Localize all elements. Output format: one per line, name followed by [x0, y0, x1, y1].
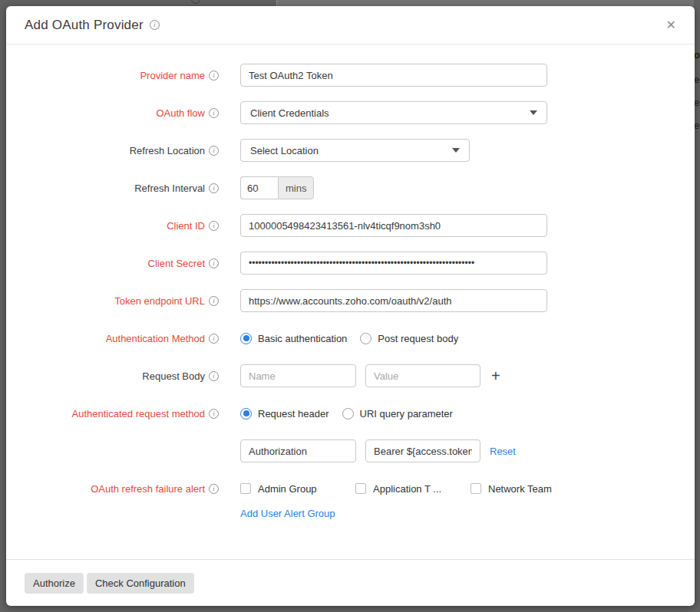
oauth-refresh-failure-alert-row: OAuth refresh failure alert Admin Group … [6, 477, 695, 519]
add-oauth-provider-dialog: Add OAuth Provider ✕ Provider name OAuth… [6, 6, 695, 606]
checkbox-label: Network Team [488, 483, 552, 495]
checkbox-icon [240, 483, 251, 494]
authentication-method-label: Authentication Method [106, 333, 205, 344]
refresh-location-selected-value: Select Location [250, 145, 319, 156]
info-icon[interactable] [209, 221, 219, 231]
refresh-location-row: Refresh Location Select Location [6, 139, 695, 162]
checkbox-label: Admin Group [258, 483, 317, 495]
info-icon[interactable] [209, 71, 219, 81]
client-id-input[interactable] [240, 214, 547, 237]
info-icon[interactable] [209, 146, 219, 156]
radio-label: Basic authentication [258, 333, 347, 344]
token-endpoint-row: Token endpoint URL [6, 289, 695, 312]
client-secret-row: Client Secret [6, 252, 695, 275]
checkbox-label: Application T ... [373, 483, 441, 495]
info-icon[interactable] [209, 108, 219, 118]
background-icon-fragment [191, 0, 200, 4]
checkbox-icon [471, 483, 481, 494]
checkbox-admin-group[interactable]: Admin Group [240, 483, 355, 495]
oauth-flow-row: OAuth flow Client Credentials [6, 101, 695, 124]
oauth-flow-label: OAuth flow [156, 107, 205, 119]
radio-unselected-icon [360, 333, 371, 344]
client-id-row: Client ID [6, 214, 695, 237]
info-icon[interactable] [209, 183, 219, 193]
oauth-flow-selected-value: Client Credentials [250, 107, 329, 119]
provider-name-label: Provider name [140, 70, 205, 81]
refresh-location-select[interactable]: Select Location [240, 139, 470, 162]
checkbox-application-team[interactable]: Application T ... [355, 483, 471, 495]
provider-name-input[interactable] [240, 64, 547, 87]
background-divider-fragment [276, 0, 277, 6]
add-request-body-button[interactable]: + [491, 368, 500, 383]
background-text-fragment: e [694, 74, 699, 85]
oauth-flow-select[interactable]: Client Credentials [240, 101, 547, 124]
reset-link[interactable]: Reset [490, 446, 516, 457]
authorize-button[interactable]: Authorize [25, 573, 84, 594]
dialog-header: Add OAuth Provider ✕ [6, 6, 695, 44]
info-icon[interactable] [209, 334, 219, 344]
chevron-down-icon [452, 148, 460, 153]
request-body-value-input[interactable] [365, 364, 480, 387]
background-text-fragment: e [694, 120, 699, 131]
chevron-down-icon [530, 110, 537, 115]
request-body-name-input[interactable] [240, 364, 356, 387]
radio-basic-authentication[interactable]: Basic authentication [240, 333, 347, 344]
background-fragment [277, 0, 694, 6]
refresh-location-label: Refresh Location [130, 145, 205, 156]
authorization-header-row: Reset [6, 439, 695, 462]
add-user-alert-group-link[interactable]: Add User Alert Group [240, 508, 335, 519]
provider-name-row: Provider name [6, 64, 695, 87]
header-value-input[interactable] [365, 439, 480, 462]
dialog-body: Provider name OAuth flow Client Credenti… [6, 45, 695, 559]
radio-post-request-body[interactable]: Post request body [360, 333, 458, 344]
radio-label: Request header [258, 408, 329, 420]
info-icon[interactable] [209, 258, 219, 268]
header-name-input[interactable] [240, 439, 356, 462]
background-overlay-right: ol e e e [694, 0, 700, 612]
request-body-row: Request Body + [6, 364, 695, 387]
title-info-icon[interactable] [150, 20, 160, 30]
refresh-interval-row: Refresh Interval mins [6, 176, 695, 199]
token-endpoint-input[interactable] [240, 289, 547, 312]
radio-uri-query-parameter[interactable]: URI query parameter [342, 408, 453, 420]
client-secret-label: Client Secret [148, 258, 205, 269]
token-endpoint-label: Token endpoint URL [114, 295, 205, 307]
info-icon[interactable] [209, 371, 219, 381]
check-configuration-button[interactable]: Check Configuration [87, 573, 194, 594]
info-icon[interactable] [209, 484, 219, 494]
background-text-fragment: e [694, 97, 699, 108]
info-icon[interactable] [209, 409, 219, 419]
close-icon[interactable]: ✕ [666, 19, 676, 31]
refresh-interval-label: Refresh Interval [134, 183, 205, 194]
authenticated-request-method-label: Authenticated request method [72, 408, 205, 420]
client-secret-input[interactable] [240, 252, 547, 275]
background-text-fragment: ol [694, 49, 700, 61]
radio-unselected-icon [342, 408, 354, 420]
refresh-interval-unit: mins [278, 176, 314, 199]
authenticated-request-method-row: Authenticated request method Request hea… [6, 402, 695, 425]
background-overlay-top [0, 0, 700, 6]
dialog-footer: Authorize Check Configuration [6, 559, 695, 606]
checkbox-network-team[interactable]: Network Team [471, 483, 586, 495]
info-icon[interactable] [209, 296, 219, 306]
oauth-refresh-failure-alert-label: OAuth refresh failure alert [91, 483, 205, 495]
radio-label: URI query parameter [360, 408, 453, 420]
refresh-interval-input[interactable] [240, 176, 278, 199]
radio-request-header[interactable]: Request header [240, 408, 329, 420]
checkbox-icon [355, 483, 366, 494]
radio-selected-icon [240, 408, 252, 420]
request-body-label: Request Body [142, 370, 205, 382]
dialog-title: Add OAuth Provider [25, 18, 144, 33]
radio-label: Post request body [378, 333, 458, 344]
authentication-method-row: Authentication Method Basic authenticati… [6, 327, 695, 350]
client-id-label: Client ID [167, 220, 205, 232]
radio-selected-icon [240, 333, 252, 344]
